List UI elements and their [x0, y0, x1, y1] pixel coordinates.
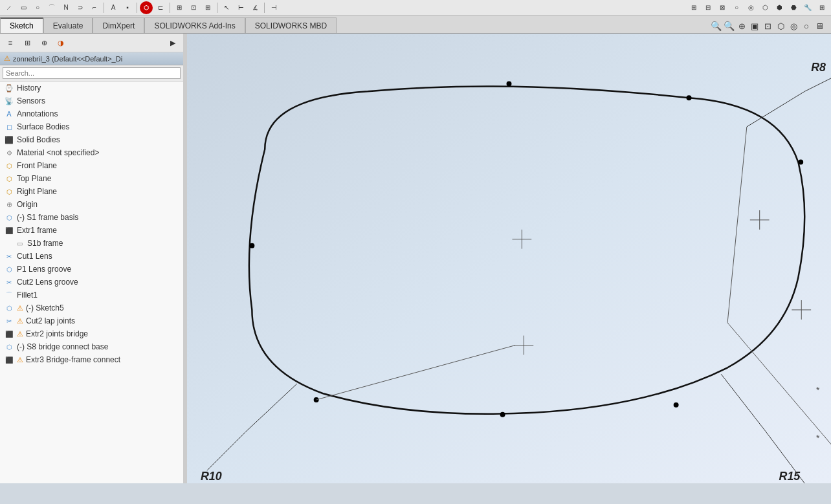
tree-label-material: Material <not specified>	[17, 148, 99, 157]
tree-item-front-plane[interactable]: ⬡ Front Plane	[0, 159, 183, 172]
s1-frame-icon: ⬡	[4, 212, 14, 223]
tree-item-solid-bodies[interactable]: ⬛ Solid Bodies	[0, 133, 183, 146]
tree-item-extr3[interactable]: ⬛ ⚠ Extr3 Bridge-frame connect	[0, 353, 183, 366]
toolbar-icon-r10[interactable]: ⊞	[815, 2, 828, 14]
toolbar-icon-13[interactable]: ↖	[220, 2, 233, 14]
search-input[interactable]	[3, 67, 181, 79]
toolbar-icon-r5[interactable]: ◎	[744, 2, 757, 14]
tree-item-sketch5[interactable]: ⬡ ⚠ (-) Sketch5	[0, 301, 183, 314]
tree-label-s1b: S1b frame	[27, 239, 63, 248]
toolbar-icon-14[interactable]: ⊢	[234, 2, 247, 14]
toolbar-icon-7[interactable]: ⌐	[88, 2, 101, 14]
view-icon-2[interactable]: 🔍	[722, 20, 735, 32]
toolbar-icon-r8[interactable]: ⬣	[787, 2, 800, 14]
front-plane-icon: ⬡	[4, 160, 14, 171]
tree-item-extr2[interactable]: ⬛ ⚠ Extr2 joints bridge	[0, 327, 183, 340]
tab-mbd[interactable]: SOLIDWORKS MBD	[245, 17, 337, 33]
toolbar-icon-16[interactable]: ⊣	[267, 2, 280, 14]
tree-item-top-plane[interactable]: ⬡ Top Plane	[0, 172, 183, 185]
tab-dimxpert[interactable]: DimXpert	[93, 17, 144, 33]
anchor-right-top	[798, 160, 803, 165]
separator-3	[170, 3, 170, 13]
tree-item-s8-bridge[interactable]: ⬡ (-) S8 bridge connect base	[0, 340, 183, 353]
tree-item-surface-bodies[interactable]: ◻ Surface Bodies	[0, 120, 183, 133]
toolbar-icon-10[interactable]: ⊞	[173, 2, 186, 14]
tree-item-fillet1[interactable]: ⌒ Fillet1	[0, 289, 183, 301]
view-icon-1[interactable]: 🔍	[709, 20, 722, 32]
sidebar-icon-grid[interactable]: ⊞	[19, 36, 35, 50]
tree-item-origin[interactable]: ⊕ Origin	[0, 198, 183, 211]
convert-entities-icon[interactable]: ⬡	[140, 1, 153, 14]
toolbar-icon-2[interactable]: ▭	[17, 2, 30, 14]
sidebar-icon-list[interactable]: ≡	[3, 36, 18, 50]
toolbar-icon-rect[interactable]: ▪	[121, 2, 134, 14]
tree-item-extr1-frame[interactable]: ⬛ Extr1 frame	[0, 224, 183, 237]
tab-evaluate[interactable]: Evaluate	[43, 17, 93, 33]
sketch5-warning: ⚠	[17, 304, 23, 312]
toolbar-icon-3[interactable]: ○	[31, 2, 44, 14]
view-icon-6[interactable]: ⬡	[774, 20, 787, 32]
toolbar-icon-8[interactable]: A	[107, 2, 120, 14]
tree-item-s1b-frame[interactable]: ▭ S1b frame	[0, 237, 183, 250]
toolbar-icon-r6[interactable]: ⬡	[759, 2, 771, 14]
tree-item-material[interactable]: ⚙ Material <not specified>	[0, 146, 183, 159]
toolbar-icon-6[interactable]: ⊃	[74, 2, 87, 14]
sidebar-icon-pie[interactable]: ◑	[53, 36, 69, 50]
sketch-canvas: * * R8 R10 R15	[187, 34, 831, 483]
cut2-lap-warning: ⚠	[17, 317, 23, 325]
toolbar-icon-12[interactable]: ⊞	[201, 2, 214, 14]
tree-item-right-plane[interactable]: ⬡ Right Plane	[0, 185, 183, 198]
tree-label-cut2-lap: Cut2 lap joints	[26, 316, 75, 325]
toolbar-icon-r2[interactable]: ⊟	[702, 2, 715, 14]
tree-item-cut2-lap[interactable]: ✂ ⚠ Cut2 lap joints	[0, 314, 183, 327]
tree-label-extr2: Extr2 joints bridge	[26, 329, 88, 338]
toolbar-icon-5[interactable]: N	[60, 2, 72, 14]
tab-bar: Sketch Evaluate DimXpert SOLIDWORKS Add-…	[0, 16, 831, 34]
tree-item-cut1-lens[interactable]: ✂ Cut1 Lens	[0, 250, 183, 263]
view-icon-3[interactable]: ⊕	[735, 20, 748, 32]
toolbar-icon-r1[interactable]: ⊞	[687, 2, 700, 14]
view-icon-7[interactable]: ◎	[787, 20, 800, 32]
toolbar-icon-r4[interactable]: ○	[730, 2, 743, 14]
separator-4	[217, 3, 217, 13]
sidebar-icon-target[interactable]: ⊕	[36, 36, 52, 50]
sensors-icon: 📡	[4, 96, 14, 106]
separator-2	[137, 3, 137, 13]
toolbar-icon-11[interactable]: ⊡	[187, 2, 200, 14]
tree-item-p1-lens-groove[interactable]: ⬡ P1 Lens groove	[0, 263, 183, 276]
toolbar-icon-15[interactable]: ∡	[249, 2, 261, 14]
tree-content: ⌚ History 📡 Sensors A Annotations ◻ Surf…	[0, 82, 183, 483]
toolbar-icon-r7[interactable]: ⬢	[773, 2, 786, 14]
tree-item-s1-frame[interactable]: ⬡ (-) S1 frame basis	[0, 211, 183, 224]
sidebar-title-bar: ⚠ zonnebril_3 (Default<<Default>_Di	[0, 52, 183, 65]
tree-item-cut2-lens-groove[interactable]: ✂ Cut2 Lens groove	[0, 276, 183, 289]
toolbar-icon-r9[interactable]: 🔧	[801, 2, 814, 14]
r10-label: R10	[201, 470, 222, 483]
tab-addins[interactable]: SOLIDWORKS Add-Ins	[144, 17, 245, 33]
toolbar-icon-4[interactable]: ⌒	[45, 2, 58, 14]
toolbar-icon-9[interactable]: ⊏	[154, 2, 167, 14]
view-icon-4[interactable]: ▣	[748, 20, 761, 32]
toolbar-icon-r3[interactable]: ⊠	[716, 2, 729, 14]
cut2-lap-icon: ✂	[4, 316, 14, 326]
tree-label-extr3: Extr3 Bridge-frame connect	[26, 355, 120, 364]
sidebar-icons-row: ≡ ⊞ ⊕ ◑ ▶	[0, 34, 183, 52]
tree-item-annotations[interactable]: A Annotations	[0, 107, 183, 120]
tree-label-right-plane: Right Plane	[17, 187, 57, 196]
tree-label-sensors: Sensors	[17, 96, 45, 105]
sidebar-expand-btn[interactable]: ▶	[165, 36, 181, 50]
view-icon-9[interactable]: 🖥	[813, 20, 826, 32]
view-icon-5[interactable]: ⊡	[761, 20, 774, 32]
tree-item-history[interactable]: ⌚ History	[0, 82, 183, 94]
extr2-warning: ⚠	[17, 330, 23, 338]
view-icon-8[interactable]: ○	[800, 20, 813, 32]
toolbar-icon-1[interactable]: ⟋	[3, 2, 16, 14]
canvas-area[interactable]: Convert Entities	[187, 34, 831, 483]
main-layout: ≡ ⊞ ⊕ ◑ ▶ ⚠ zonnebril_3 (Default<<Defaul…	[0, 34, 831, 483]
anchor-bottom-right	[674, 402, 679, 408]
anchor-left	[249, 243, 254, 248]
cut2-lg-icon: ✂	[4, 277, 14, 287]
tree-item-sensors[interactable]: 📡 Sensors	[0, 94, 183, 107]
top-plane-icon: ⬡	[4, 173, 14, 184]
tab-sketch[interactable]: Sketch	[0, 17, 43, 33]
